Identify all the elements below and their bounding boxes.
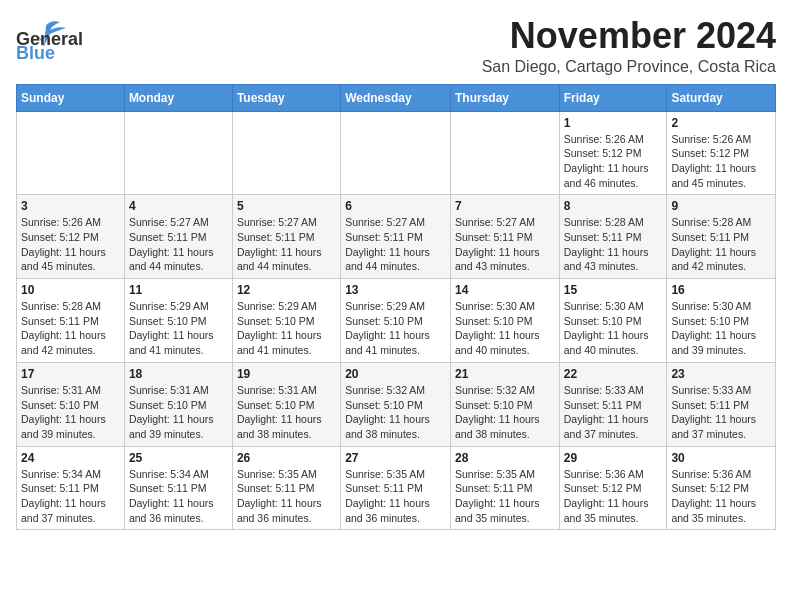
day-info: Sunrise: 5:26 AM Sunset: 5:12 PM Dayligh… [21,215,120,274]
calendar-cell: 30Sunrise: 5:36 AM Sunset: 5:12 PM Dayli… [667,446,776,530]
day-info: Sunrise: 5:35 AM Sunset: 5:11 PM Dayligh… [455,467,555,526]
calendar-cell: 2Sunrise: 5:26 AM Sunset: 5:12 PM Daylig… [667,111,776,195]
calendar-cell: 19Sunrise: 5:31 AM Sunset: 5:10 PM Dayli… [232,362,340,446]
day-info: Sunrise: 5:32 AM Sunset: 5:10 PM Dayligh… [345,383,446,442]
calendar-cell: 3Sunrise: 5:26 AM Sunset: 5:12 PM Daylig… [17,195,125,279]
day-info: Sunrise: 5:35 AM Sunset: 5:11 PM Dayligh… [345,467,446,526]
day-info: Sunrise: 5:31 AM Sunset: 5:10 PM Dayligh… [129,383,228,442]
calendar-cell: 7Sunrise: 5:27 AM Sunset: 5:11 PM Daylig… [450,195,559,279]
day-number: 9 [671,199,771,213]
day-number: 25 [129,451,228,465]
day-info: Sunrise: 5:28 AM Sunset: 5:11 PM Dayligh… [21,299,120,358]
calendar-cell: 20Sunrise: 5:32 AM Sunset: 5:10 PM Dayli… [341,362,451,446]
weekday-header: Sunday [17,84,125,111]
weekday-header: Saturday [667,84,776,111]
day-number: 21 [455,367,555,381]
calendar-week-row: 10Sunrise: 5:28 AM Sunset: 5:11 PM Dayli… [17,279,776,363]
calendar-cell: 1Sunrise: 5:26 AM Sunset: 5:12 PM Daylig… [559,111,667,195]
month-title: November 2024 [482,16,776,56]
day-info: Sunrise: 5:30 AM Sunset: 5:10 PM Dayligh… [455,299,555,358]
calendar-cell: 22Sunrise: 5:33 AM Sunset: 5:11 PM Dayli… [559,362,667,446]
calendar-week-row: 24Sunrise: 5:34 AM Sunset: 5:11 PM Dayli… [17,446,776,530]
calendar-cell: 15Sunrise: 5:30 AM Sunset: 5:10 PM Dayli… [559,279,667,363]
day-info: Sunrise: 5:29 AM Sunset: 5:10 PM Dayligh… [237,299,336,358]
title-block: November 2024 San Diego, Cartago Provinc… [482,16,776,76]
day-info: Sunrise: 5:34 AM Sunset: 5:11 PM Dayligh… [129,467,228,526]
day-info: Sunrise: 5:29 AM Sunset: 5:10 PM Dayligh… [129,299,228,358]
day-number: 18 [129,367,228,381]
calendar-cell: 27Sunrise: 5:35 AM Sunset: 5:11 PM Dayli… [341,446,451,530]
day-number: 7 [455,199,555,213]
day-number: 24 [21,451,120,465]
calendar-cell: 24Sunrise: 5:34 AM Sunset: 5:11 PM Dayli… [17,446,125,530]
day-info: Sunrise: 5:32 AM Sunset: 5:10 PM Dayligh… [455,383,555,442]
weekday-header: Monday [124,84,232,111]
day-number: 19 [237,367,336,381]
day-info: Sunrise: 5:27 AM Sunset: 5:11 PM Dayligh… [129,215,228,274]
day-number: 3 [21,199,120,213]
calendar-cell [232,111,340,195]
day-info: Sunrise: 5:27 AM Sunset: 5:11 PM Dayligh… [237,215,336,274]
day-number: 29 [564,451,663,465]
day-info: Sunrise: 5:28 AM Sunset: 5:11 PM Dayligh… [671,215,771,274]
calendar-cell: 28Sunrise: 5:35 AM Sunset: 5:11 PM Dayli… [450,446,559,530]
day-info: Sunrise: 5:30 AM Sunset: 5:10 PM Dayligh… [564,299,663,358]
calendar-week-row: 17Sunrise: 5:31 AM Sunset: 5:10 PM Dayli… [17,362,776,446]
calendar-cell [124,111,232,195]
day-number: 6 [345,199,446,213]
calendar-cell [341,111,451,195]
day-info: Sunrise: 5:27 AM Sunset: 5:11 PM Dayligh… [455,215,555,274]
day-number: 17 [21,367,120,381]
weekday-header: Tuesday [232,84,340,111]
weekday-header-row: SundayMondayTuesdayWednesdayThursdayFrid… [17,84,776,111]
day-number: 28 [455,451,555,465]
calendar-cell: 14Sunrise: 5:30 AM Sunset: 5:10 PM Dayli… [450,279,559,363]
calendar-cell: 6Sunrise: 5:27 AM Sunset: 5:11 PM Daylig… [341,195,451,279]
day-number: 16 [671,283,771,297]
calendar-cell: 16Sunrise: 5:30 AM Sunset: 5:10 PM Dayli… [667,279,776,363]
weekday-header: Wednesday [341,84,451,111]
day-number: 13 [345,283,446,297]
weekday-header: Thursday [450,84,559,111]
day-number: 2 [671,116,771,130]
day-info: Sunrise: 5:36 AM Sunset: 5:12 PM Dayligh… [671,467,771,526]
logo: General Blue [16,16,70,60]
day-number: 1 [564,116,663,130]
calendar-cell: 23Sunrise: 5:33 AM Sunset: 5:11 PM Dayli… [667,362,776,446]
day-number: 20 [345,367,446,381]
day-info: Sunrise: 5:31 AM Sunset: 5:10 PM Dayligh… [21,383,120,442]
day-number: 11 [129,283,228,297]
calendar-cell: 8Sunrise: 5:28 AM Sunset: 5:11 PM Daylig… [559,195,667,279]
day-info: Sunrise: 5:30 AM Sunset: 5:10 PM Dayligh… [671,299,771,358]
day-number: 12 [237,283,336,297]
day-number: 14 [455,283,555,297]
day-info: Sunrise: 5:33 AM Sunset: 5:11 PM Dayligh… [671,383,771,442]
day-number: 15 [564,283,663,297]
calendar-cell: 10Sunrise: 5:28 AM Sunset: 5:11 PM Dayli… [17,279,125,363]
day-info: Sunrise: 5:26 AM Sunset: 5:12 PM Dayligh… [564,132,663,191]
calendar-cell: 5Sunrise: 5:27 AM Sunset: 5:11 PM Daylig… [232,195,340,279]
calendar-cell: 25Sunrise: 5:34 AM Sunset: 5:11 PM Dayli… [124,446,232,530]
day-number: 30 [671,451,771,465]
calendar-week-row: 1Sunrise: 5:26 AM Sunset: 5:12 PM Daylig… [17,111,776,195]
location-subtitle: San Diego, Cartago Province, Costa Rica [482,58,776,76]
day-info: Sunrise: 5:27 AM Sunset: 5:11 PM Dayligh… [345,215,446,274]
calendar-cell: 13Sunrise: 5:29 AM Sunset: 5:10 PM Dayli… [341,279,451,363]
calendar-cell: 18Sunrise: 5:31 AM Sunset: 5:10 PM Dayli… [124,362,232,446]
calendar-cell: 26Sunrise: 5:35 AM Sunset: 5:11 PM Dayli… [232,446,340,530]
day-number: 4 [129,199,228,213]
day-info: Sunrise: 5:33 AM Sunset: 5:11 PM Dayligh… [564,383,663,442]
day-number: 22 [564,367,663,381]
calendar-cell: 9Sunrise: 5:28 AM Sunset: 5:11 PM Daylig… [667,195,776,279]
calendar-cell: 12Sunrise: 5:29 AM Sunset: 5:10 PM Dayli… [232,279,340,363]
day-info: Sunrise: 5:29 AM Sunset: 5:10 PM Dayligh… [345,299,446,358]
day-number: 10 [21,283,120,297]
weekday-header: Friday [559,84,667,111]
calendar-table: SundayMondayTuesdayWednesdayThursdayFrid… [16,84,776,531]
day-number: 23 [671,367,771,381]
day-info: Sunrise: 5:28 AM Sunset: 5:11 PM Dayligh… [564,215,663,274]
calendar-cell: 17Sunrise: 5:31 AM Sunset: 5:10 PM Dayli… [17,362,125,446]
day-number: 27 [345,451,446,465]
day-info: Sunrise: 5:34 AM Sunset: 5:11 PM Dayligh… [21,467,120,526]
calendar-cell: 29Sunrise: 5:36 AM Sunset: 5:12 PM Dayli… [559,446,667,530]
